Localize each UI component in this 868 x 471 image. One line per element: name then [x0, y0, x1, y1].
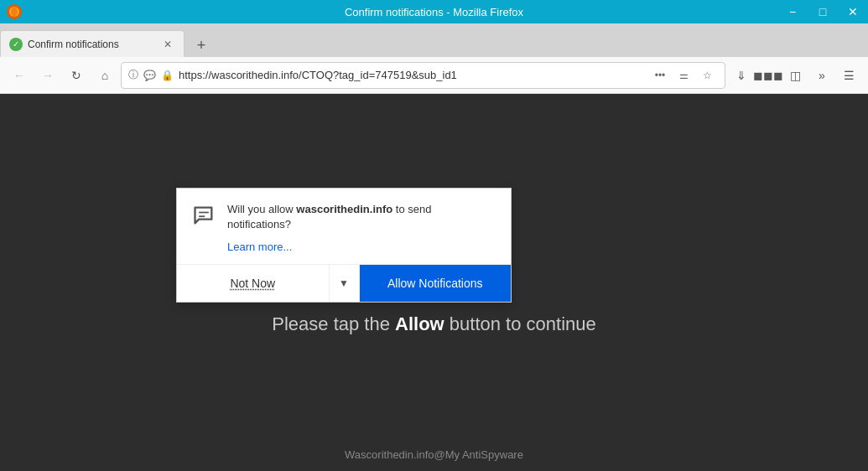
- message-icon: 💬: [143, 70, 156, 81]
- popup-message: Will you allow wascorithedin.info to sen…: [227, 202, 497, 232]
- home-button[interactable]: ⌂: [92, 63, 117, 88]
- watermark-text: Wascorithedin.info@My AntiSpyware: [345, 448, 523, 461]
- more-options-button[interactable]: •••: [649, 65, 671, 86]
- info-icon: ⓘ: [128, 68, 138, 82]
- not-now-button[interactable]: Not Now: [177, 265, 330, 302]
- toolbar-right: ⇓ ◼◼◼ ◫ » ☰: [729, 63, 861, 88]
- tab-title: Confirm notifications: [28, 39, 155, 50]
- browser-content: Will you allow wascorithedin.info to sen…: [0, 94, 868, 471]
- tab-close-button[interactable]: ✕: [160, 37, 175, 52]
- downloads-button[interactable]: ⇓: [729, 63, 754, 88]
- active-tab[interactable]: ✓ Confirm notifications ✕: [0, 30, 185, 57]
- notification-icon: [190, 202, 217, 229]
- forward-button[interactable]: →: [35, 63, 60, 88]
- titlebar-controls: − □ ✕: [777, 0, 868, 23]
- allow-notifications-button[interactable]: Allow Notifications: [360, 265, 512, 302]
- address-actions: ••• ⚌ ☆: [649, 65, 718, 86]
- firefox-logo: [7, 4, 22, 19]
- popup-learn-more: Learn more...: [177, 239, 511, 264]
- library-button[interactable]: ◼◼◼: [756, 63, 781, 88]
- url-text: https://wascorithedin.info/CTOQ?tag_id=7…: [179, 69, 644, 81]
- lock-icon: 🔒: [161, 70, 174, 81]
- popup-header: Will you allow wascorithedin.info to sen…: [177, 189, 511, 239]
- not-now-dropdown-button[interactable]: ▼: [330, 265, 360, 302]
- address-bar[interactable]: ⓘ 💬 🔒 https://wascorithedin.info/CTOQ?ta…: [121, 62, 725, 89]
- back-button[interactable]: ←: [7, 63, 32, 88]
- not-now-label: Not Now: [230, 277, 275, 290]
- tab-favicon: ✓: [9, 38, 23, 51]
- shield-button[interactable]: ⚌: [673, 65, 694, 86]
- minimize-button[interactable]: −: [777, 0, 808, 23]
- menu-button[interactable]: ☰: [836, 63, 861, 88]
- titlebar-title: Confirm notifications - Mozilla Firefox: [345, 6, 523, 18]
- sidebar-button[interactable]: ◫: [782, 63, 808, 88]
- new-tab-button[interactable]: +: [188, 34, 215, 57]
- learn-more-link[interactable]: Learn more...: [227, 241, 292, 253]
- tabbar: ✓ Confirm notifications ✕ +: [0, 23, 868, 57]
- bookmark-button[interactable]: ☆: [696, 65, 718, 86]
- navbar: ← → ↻ ⌂ ⓘ 💬 🔒 https://wascorithedin.info…: [0, 57, 868, 94]
- maximize-button[interactable]: □: [808, 0, 838, 23]
- titlebar: Confirm notifications - Mozilla Firefox …: [0, 0, 868, 23]
- instruction-text: Please tap the Allow button to continue: [272, 313, 595, 335]
- reload-button[interactable]: ↻: [64, 63, 89, 88]
- close-button[interactable]: ✕: [838, 0, 868, 23]
- overflow-button[interactable]: »: [809, 63, 834, 88]
- popup-buttons: Not Now ▼ Allow Notifications: [177, 264, 511, 302]
- notification-popup: Will you allow wascorithedin.info to sen…: [176, 188, 512, 303]
